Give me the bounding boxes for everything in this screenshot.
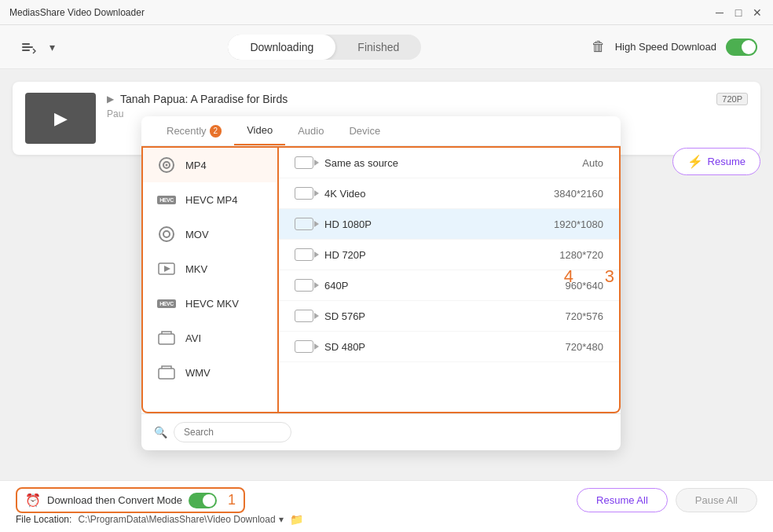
- hevc-mkv-icon: HEVC: [156, 295, 178, 311]
- tab-device[interactable]: Device: [336, 116, 393, 145]
- format-wmv[interactable]: WMV: [143, 355, 277, 390]
- quality-hd1080p-res: 1920*1080: [554, 218, 603, 230]
- convert-mode-section: ⏰ Download then Convert Mode 1: [16, 487, 245, 513]
- format-avi[interactable]: AVI: [143, 321, 277, 355]
- quality-sd576p-label: SD 576P: [324, 310, 566, 322]
- high-speed-toggle[interactable]: [726, 39, 757, 56]
- format-hevc-mp4[interactable]: HEVC HEVC MP4: [143, 182, 277, 217]
- quality-sd576p[interactable]: SD 576P 720*576: [279, 301, 619, 332]
- pause-all-button[interactable]: Pause All: [676, 488, 757, 512]
- quality-640p-label: 640P: [324, 280, 566, 292]
- titlebar: MediasShare Video Downloader ─ □ ✕: [0, 0, 773, 25]
- svg-rect-10: [159, 334, 174, 344]
- video-title-row: ▶ Tanah Papua: A Paradise for Birds: [107, 93, 748, 105]
- play-icon: ▶: [54, 108, 68, 129]
- hevc-mp4-icon: HEVC: [156, 192, 178, 207]
- file-path-text: C:\ProgramData\MediasShare\Video Downloa…: [78, 514, 275, 525]
- trash-icon[interactable]: 🗑: [592, 39, 606, 55]
- minimize-button[interactable]: ─: [713, 6, 726, 19]
- quality-item-icon: [295, 248, 313, 261]
- quality-sd576p-res: 720*576: [566, 310, 603, 322]
- quality-640p[interactable]: 640P 960*640: [279, 270, 619, 301]
- video-source-icon: ▶: [107, 94, 114, 105]
- quality-4k-label: 4K Video: [324, 188, 554, 200]
- format-dropdown: Recently 2 Video Audio Device: [141, 116, 621, 450]
- tab-finished[interactable]: Finished: [335, 35, 421, 60]
- convert-mode-toggle[interactable]: [189, 493, 217, 508]
- close-button[interactable]: ✕: [751, 6, 764, 19]
- path-dropdown-icon[interactable]: ▾: [279, 514, 284, 525]
- quality-hd720p-label: HD 720P: [324, 249, 559, 261]
- format-body: MP4 HEVC HEVC MP4 MOV: [141, 146, 621, 413]
- mkv-label: MKV: [185, 263, 207, 275]
- hevc-mkv-label: HEVC MKV: [185, 298, 239, 310]
- tab-recently[interactable]: Recently 2: [154, 116, 234, 145]
- quality-item-icon: [295, 340, 313, 353]
- resume-all-button[interactable]: Resume All: [577, 488, 668, 512]
- annotation-1: 1: [228, 492, 236, 508]
- mp4-label: MP4: [185, 160, 207, 171]
- hevc-mp4-label: HEVC MP4: [185, 194, 237, 206]
- quality-hd1080p[interactable]: HD 1080P 1920*1080: [279, 209, 619, 240]
- mp4-icon: [156, 157, 178, 173]
- recently-count: 2: [210, 125, 222, 138]
- bottom-actions: Resume All Pause All: [577, 488, 757, 512]
- resume-btn-label: Resume: [708, 156, 746, 167]
- svg-rect-2: [22, 50, 30, 51]
- open-folder-icon[interactable]: 📁: [290, 513, 303, 526]
- search-input[interactable]: [174, 422, 291, 442]
- quality-badge: 720P: [716, 93, 748, 105]
- bottombar: ⏰ Download then Convert Mode 1 Resume Al…: [0, 480, 773, 532]
- svg-point-7: [163, 231, 170, 237]
- format-mov[interactable]: MOV: [143, 217, 277, 251]
- main-tabs: Downloading Finished: [228, 35, 421, 60]
- tab-downloading[interactable]: Downloading: [228, 35, 335, 60]
- quality-same-as-source[interactable]: Same as source Auto: [279, 148, 619, 178]
- quality-sd480p[interactable]: SD 480P 720*480: [279, 332, 619, 362]
- format-hevc-mkv[interactable]: HEVC HEVC MKV: [143, 286, 277, 321]
- recently-tab-label: Recently: [167, 125, 207, 137]
- app-title: MediasShare Video Downloader: [9, 7, 145, 18]
- avi-icon: [156, 330, 178, 346]
- file-location-row: File Location: C:\ProgramData\MediasShar…: [16, 513, 757, 526]
- quality-same-as-source-res: Auto: [582, 157, 603, 169]
- tab-audio[interactable]: Audio: [285, 116, 336, 145]
- clock-icon: ⏰: [25, 493, 41, 508]
- tab-video[interactable]: Video: [234, 116, 285, 145]
- quality-hd1080p-label: HD 1080P: [324, 218, 554, 230]
- audio-tab-label: Audio: [298, 125, 324, 137]
- quality-item-icon: [295, 218, 313, 230]
- toolbar: ▾ Downloading Finished 🗑 High Speed Down…: [0, 25, 773, 69]
- svg-rect-0: [22, 43, 30, 45]
- quality-hd720p[interactable]: HD 720P 1280*720: [279, 240, 619, 270]
- format-mp4[interactable]: MP4: [143, 148, 277, 182]
- menu-icon[interactable]: [16, 35, 41, 60]
- quality-4k[interactable]: 4K Video 3840*2160: [279, 178, 619, 209]
- dropdown-arrow-icon[interactable]: ▾: [46, 41, 58, 53]
- svg-marker-9: [164, 266, 170, 272]
- svg-point-6: [159, 227, 174, 241]
- format-tabs: Recently 2 Video Audio Device: [141, 116, 621, 146]
- mov-label: MOV: [185, 229, 209, 240]
- convert-mode-label: Download then Convert Mode: [47, 494, 182, 506]
- quality-item-icon: [295, 279, 313, 292]
- format-search: 🔍: [141, 413, 621, 450]
- high-speed-label: High Speed Download: [615, 41, 716, 53]
- video-title: Tanah Papua: A Paradise for Birds: [120, 93, 288, 105]
- quality-list: Same as source Auto 4K Video 3840*2160 H…: [279, 146, 621, 413]
- quality-sd480p-res: 720*480: [566, 341, 603, 353]
- video-info: ▶ Tanah Papua: A Paradise for Birds Pau: [107, 93, 748, 119]
- device-tab-label: Device: [349, 125, 380, 137]
- file-path[interactable]: C:\ProgramData\MediasShare\Video Downloa…: [78, 514, 283, 525]
- lightning-icon: ⚡: [687, 154, 703, 169]
- svg-rect-1: [22, 46, 33, 48]
- main-content: ▶ ▶ Tanah Papua: A Paradise for Birds Pa…: [0, 69, 773, 480]
- wmv-label: WMV: [185, 367, 211, 379]
- format-mkv[interactable]: MKV: [143, 251, 277, 286]
- maximize-button[interactable]: □: [732, 6, 745, 19]
- video-thumbnail: ▶: [25, 93, 96, 144]
- quality-item-icon: [295, 310, 313, 322]
- search-icon: 🔍: [154, 426, 167, 438]
- resume-button[interactable]: ⚡ Resume: [672, 148, 760, 175]
- svg-point-5: [166, 164, 168, 167]
